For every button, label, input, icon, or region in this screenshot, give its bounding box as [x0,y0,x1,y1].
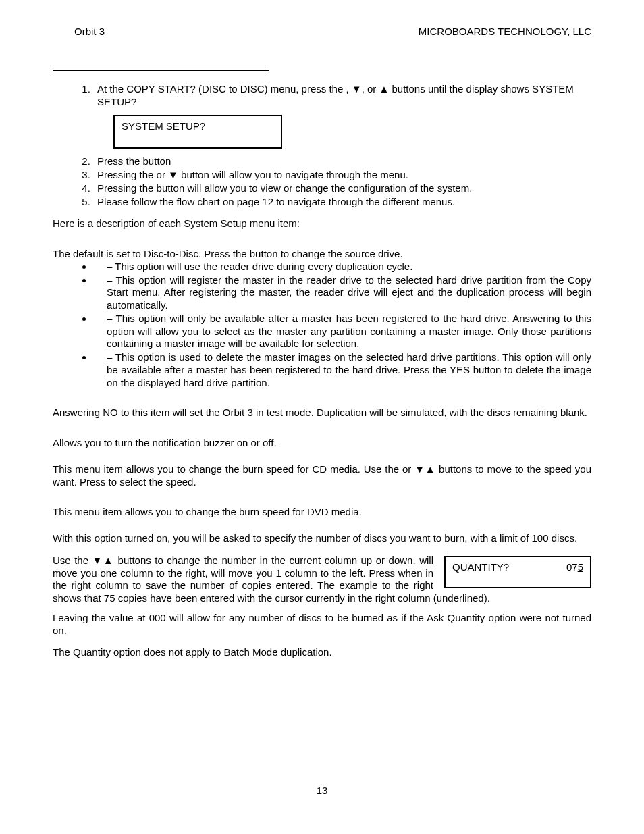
lcd-text: SYSTEM SETUP? [122,120,205,132]
section-divider [53,70,269,71]
step-2b: button [143,155,171,167]
step-3a: Pressing the [97,169,157,180]
quantity-batch-note: The Quantity option does not apply to Ba… [53,646,591,659]
qty-last-digit: 5 [578,561,583,573]
quantity-display-box: QUANTITY? 075 [444,556,591,588]
bullet-hd-master: – This option will only be available aft… [93,313,591,350]
step-4: Pressing the button will allow you to vi… [93,182,591,195]
b4: – This option is used to delete the mast… [107,351,591,388]
step-2a: Press the [97,155,143,167]
quantity-label: QUANTITY? [452,561,509,574]
step-4a: Pressing the [97,182,157,194]
cd-a: This menu item allows you to change the … [53,463,402,475]
page-number: 13 [0,785,644,798]
numbered-steps: At the COPY START? (DISC to DISC) menu, … [78,83,591,209]
dvd-speed-text: This menu item allows you to change the … [53,506,591,519]
step-5-text: Please follow the flow chart on page 12 … [97,196,455,207]
qty-pre: 07 [566,561,578,573]
cd-speed-text: This menu item allows you to change the … [53,463,591,489]
header-right-title: MICROBOARDS TECHNOLOGY, LLC [419,26,591,38]
step-1-text-a: At the COPY START? (DISC to DISC) menu, … [97,83,346,95]
buzzer-text: Allows you to turn the notification buzz… [53,437,591,450]
document-page: Orbit 3 MICROBOARDS TECHNOLOGY, LLC At t… [0,0,644,834]
quantity-intro: With this option turned on, you will be … [53,532,591,545]
default-b: button to change the source drive. [250,248,403,259]
setup-description: Here is a description of each System Set… [53,217,591,230]
page-header: Orbit 3 MICROBOARDS TECHNOLOGY, LLC [53,26,591,38]
step-1: At the COPY START? (DISC to DISC) menu, … [93,83,591,149]
default-a: The default is set to Disc-to-Disc. Pres… [53,248,250,259]
bullet-disc-to-disc: – This option will use the reader drive … [93,261,591,273]
step-5: Please follow the flow chart on page 12 … [93,196,591,209]
step-3b: or ▼ button will allow you to navigate t… [157,169,408,180]
cd-c: to select the speed. [109,476,196,488]
b3a: – This option will only be available aft… [107,313,564,324]
bullet-delete: – This option is used to delete the mast… [93,351,591,389]
quantity-section: QUANTITY? 075 Use the ▼▲ buttons to chan… [53,554,591,605]
b1: – This option will use the reader drive … [107,261,412,272]
default-source-line: The default is set to Disc-to-Disc. Pres… [53,248,591,261]
bullet-register: – This option will register the master i… [93,274,591,312]
source-options-list: – This option will use the reader drive … [78,261,591,390]
step-2: Press the button [93,155,591,168]
quantity-value: 075 [566,561,583,574]
qa: Use the ▼▲ buttons to change the number … [53,554,419,566]
step-3: Pressing the or ▼ button will allow you … [93,169,591,182]
header-left-title: Orbit 3 [53,26,105,38]
lcd-display-box: SYSTEM SETUP? [113,115,282,149]
step-4b: button will allow you to view or change … [157,182,473,194]
b2: – This option will register the master i… [107,274,591,311]
qc: will move you 1 column to the left. Pres… [211,567,398,579]
quantity-zero-note: Leaving the value at 000 will allow for … [53,612,591,637]
test-mode-text: Answering NO to this item will set the O… [53,407,591,419]
